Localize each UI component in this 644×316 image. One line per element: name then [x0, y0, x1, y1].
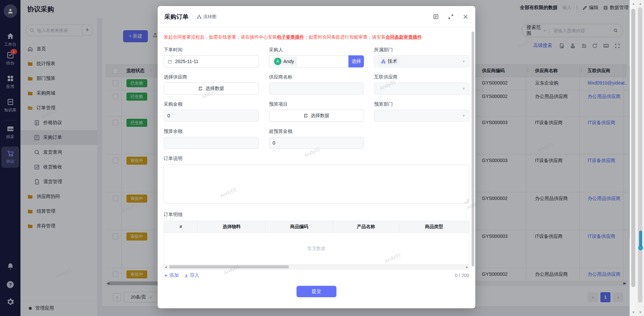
scroll-right-arrow[interactable]: ▸	[466, 265, 468, 269]
resize-handle[interactable]	[464, 199, 468, 203]
scroll-position-marker	[638, 231, 642, 252]
modal-title: 采购订单	[164, 13, 189, 21]
department-select[interactable]: 技术 ▼	[374, 55, 469, 67]
budget-balance-input[interactable]	[164, 137, 259, 149]
scroll-left-arrow[interactable]: ◂	[165, 265, 167, 269]
modal-vertical-scrollbar[interactable]	[472, 30, 474, 305]
scrollbar-thumb[interactable]	[472, 32, 474, 266]
modal-body: 发起合同签署流程后，如需在线签署，请在插件中心安装电子签章插件；如需对合同条款进…	[158, 28, 475, 304]
department-chip: 技术	[378, 57, 400, 66]
scrollbar-thumb[interactable]	[631, 9, 635, 287]
budget-project-button[interactable]: 选择数据	[269, 110, 364, 122]
page-inner-scrollbar[interactable]: ▲ ▼	[630, 0, 637, 316]
detail-horizontal-scrollbar[interactable]: ◂ ▸	[164, 265, 469, 270]
select-data-icon	[304, 113, 309, 118]
window-scrollbar[interactable]: ▲ ▼	[637, 0, 644, 316]
field-label: 采购金额	[164, 101, 259, 107]
linked-supplier-select[interactable]: ▼	[374, 83, 469, 95]
import-icon	[184, 273, 189, 278]
flow-icon	[197, 14, 202, 19]
field-label: 互联供应商	[374, 74, 469, 80]
chevron-down-icon: ▼	[462, 114, 466, 118]
field-label: 超预算金额	[269, 128, 364, 135]
order-time-input[interactable]: 2025-11-11	[164, 55, 259, 67]
detail-section-title: 订单明细	[164, 212, 469, 218]
detail-col-product-name: 产品名称	[333, 221, 399, 232]
supplier-name-input[interactable]	[269, 83, 364, 95]
close-icon[interactable]	[463, 14, 469, 20]
add-row-button[interactable]: 添加	[164, 272, 179, 278]
flow-chart-button[interactable]: 流转图	[197, 14, 216, 20]
detail-col-product-type: 商品类型	[399, 221, 469, 232]
scroll-down-arrow[interactable]: ▼	[630, 311, 637, 314]
esign-plugin-link[interactable]: 电子签章插件	[277, 35, 304, 40]
org-icon	[381, 59, 386, 64]
field-label: 采购人	[269, 47, 364, 53]
detail-col-index: #	[164, 221, 198, 232]
row-counter: 0 / 200	[455, 273, 469, 278]
buyer-chip: A Andy	[273, 57, 297, 66]
expand-icon[interactable]	[448, 14, 454, 20]
select-data-icon	[198, 86, 203, 91]
scroll-up-arrow[interactable]: ▲	[637, 2, 644, 5]
field-label: 下单时间	[164, 47, 259, 53]
plus-icon	[164, 273, 168, 278]
field-label: 预算部门	[374, 101, 469, 107]
field-label: 所属部门	[374, 47, 469, 53]
field-label: 预算余额	[164, 128, 259, 135]
chevron-down-icon: ▼	[462, 87, 466, 91]
scroll-up-arrow[interactable]: ▲	[630, 2, 637, 5]
order-description-textarea[interactable]	[164, 165, 469, 204]
over-budget-input[interactable]: 0	[269, 137, 364, 149]
detail-col-product-code: 商品编码	[266, 221, 333, 232]
empty-state: 暂无数据	[164, 233, 469, 265]
field-label: 订单说明	[164, 156, 469, 162]
submit-button[interactable]: 提交	[297, 286, 336, 297]
plugin-warning: 发起合同签署流程后，如需在线签署，请在插件中心安装电子签章插件；如需对合同条款进…	[164, 28, 469, 40]
notes-icon[interactable]	[433, 13, 439, 20]
budget-dept-select[interactable]: ▼	[374, 110, 469, 122]
calendar-icon	[167, 59, 172, 64]
scroll-down-arrow[interactable]: ▼	[637, 311, 644, 314]
modal-header: 采购订单 流转图	[158, 6, 475, 28]
field-label: 选择供应商	[164, 74, 259, 80]
amount-input[interactable]: 0	[164, 110, 259, 122]
detail-col-material: 选择物料	[198, 221, 266, 232]
import-button[interactable]: 导入	[184, 272, 199, 278]
scrollbar-thumb[interactable]	[169, 265, 289, 268]
purchase-order-modal: 采购订单 流转图 发起合同签署流程后，如需在线签署，请在插件中心安装电子签章插件…	[158, 6, 475, 308]
field-label: 供应商名称	[269, 74, 364, 80]
contract-review-plugin-link[interactable]: 合同条款审查插件	[386, 35, 422, 40]
buyer-avatar: A	[274, 58, 281, 65]
choose-supplier-button[interactable]: 选择数据	[164, 83, 259, 95]
chevron-down-icon: ▼	[462, 59, 466, 63]
scrollbar-thumb[interactable]	[638, 7, 642, 303]
buyer-select-button[interactable]: 选择	[348, 55, 364, 67]
buyer-input[interactable]: A Andy	[269, 55, 349, 67]
field-label: 预算项目	[269, 101, 364, 107]
order-detail-table: # 选择物料 商品编码 产品名称 商品类型 暂无数据	[164, 221, 469, 265]
